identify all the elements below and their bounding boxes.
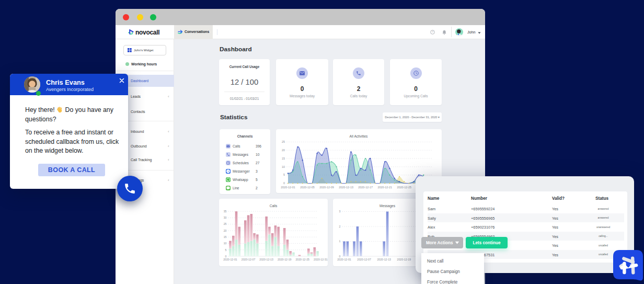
svg-text:2020-12-13: 2020-12-13 (377, 258, 391, 261)
svg-text:20: 20 (282, 149, 285, 152)
svg-text:15: 15 (224, 235, 227, 238)
svg-text:2020-12-19: 2020-12-19 (397, 258, 411, 261)
svg-text:2020-12-01: 2020-12-01 (223, 258, 237, 261)
svg-text:All Activities: All Activities (350, 134, 369, 138)
svg-text:15: 15 (282, 157, 285, 160)
svg-text:20: 20 (224, 229, 227, 232)
svg-text:2020-12-31: 2020-12-31 (314, 258, 328, 261)
svg-text:5: 5 (225, 248, 227, 252)
svg-text:Messages: Messages (380, 204, 396, 208)
svg-text:10: 10 (224, 242, 227, 245)
svg-text:2020-12-13: 2020-12-13 (259, 258, 273, 261)
svg-text:2020-12-01: 2020-12-01 (337, 258, 351, 261)
svg-text:2020-12-07: 2020-12-07 (357, 258, 371, 261)
svg-text:10: 10 (282, 165, 285, 168)
svg-text:2020-12-17: 2020-12-17 (358, 186, 373, 189)
svg-text:0: 0 (283, 181, 285, 185)
svg-text:5: 5 (283, 173, 285, 176)
svg-text:3: 3 (339, 210, 341, 213)
svg-text:2020-12-09: 2020-12-09 (319, 186, 334, 189)
svg-text:25: 25 (224, 222, 227, 225)
svg-text:2020-12-25: 2020-12-25 (397, 186, 411, 189)
svg-text:2020-12-21: 2020-12-21 (377, 186, 392, 189)
svg-text:2020-12-01: 2020-12-01 (281, 186, 295, 189)
svg-text:2020-12-13: 2020-12-13 (339, 186, 353, 189)
svg-text:30: 30 (224, 216, 227, 219)
svg-text:2: 2 (339, 225, 341, 228)
svg-text:2020-12-19: 2020-12-19 (278, 258, 292, 261)
svg-text:25: 25 (282, 140, 285, 143)
svg-text:2020-12-07: 2020-12-07 (242, 258, 256, 261)
svg-text:Calls: Calls (270, 204, 278, 208)
svg-text:2020-12-25: 2020-12-25 (295, 258, 309, 261)
svg-text:?: ? (432, 31, 433, 33)
svg-text:2020-12-05: 2020-12-05 (300, 186, 315, 189)
svg-text:35: 35 (224, 210, 227, 213)
svg-text:1: 1 (339, 240, 341, 243)
